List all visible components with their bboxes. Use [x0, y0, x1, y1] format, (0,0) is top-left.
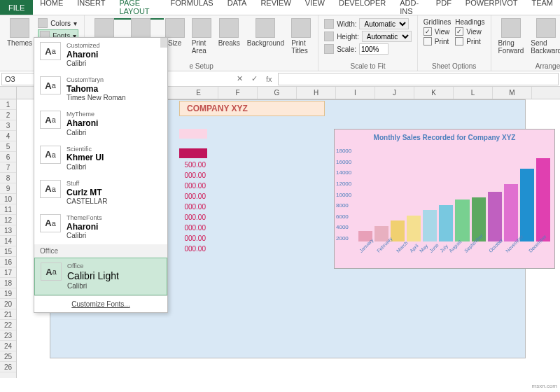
- cell-value[interactable]: 000.00: [179, 223, 207, 233]
- name-box[interactable]: O3: [1, 73, 35, 85]
- chart-bar: [504, 184, 518, 241]
- cell-value[interactable]: 000.00: [179, 202, 207, 212]
- row-header[interactable]: 24: [0, 341, 16, 351]
- font-swatch-icon: Aa: [41, 262, 62, 281]
- cancel-icon[interactable]: ✕: [232, 74, 247, 83]
- font-scheme-stuff[interactable]: AaStuffCurlz MTCASTELLAR: [34, 176, 167, 210]
- row-header[interactable]: 23: [0, 330, 16, 341]
- row-header[interactable]: 16: [0, 257, 16, 267]
- magenta-header-cell[interactable]: [179, 148, 207, 158]
- send-backward-button[interactable]: Send Backward: [528, 17, 560, 56]
- chart-bar: [407, 216, 421, 241]
- column-header[interactable]: J: [375, 87, 414, 99]
- fx-icon[interactable]: fx: [262, 75, 276, 83]
- column-header[interactable]: E: [179, 87, 218, 99]
- row-header[interactable]: 11: [0, 204, 16, 215]
- row-header[interactable]: 18: [0, 278, 16, 288]
- row-header[interactable]: 8: [0, 173, 16, 183]
- column-header[interactable]: I: [336, 87, 375, 99]
- row-header[interactable]: 10: [0, 194, 16, 204]
- gridlines-print-checkbox[interactable]: [424, 37, 432, 46]
- chart-x-label: June: [428, 242, 440, 253]
- row-header[interactable]: 2: [0, 110, 16, 120]
- cell-value[interactable]: 000.00: [179, 191, 207, 202]
- row-header[interactable]: 4: [0, 131, 16, 141]
- embedded-chart[interactable]: Monthly Sales Recorded for Company XYZ 2…: [334, 129, 555, 269]
- scale-input[interactable]: [359, 43, 388, 55]
- cell-value[interactable]: 500.00: [179, 160, 207, 170]
- pink-cell[interactable]: [179, 129, 207, 139]
- font-scheme-themefonts[interactable]: AaThemeFontsAharoniCalibri: [34, 210, 167, 244]
- column-header[interactable]: H: [297, 87, 336, 99]
- chart-bars: [358, 148, 550, 241]
- fonts-dropdown[interactable]: AaCustomizedAharoniCalibriAaCustomTarynT…: [34, 37, 168, 313]
- chart-bar: [455, 200, 469, 241]
- row-header[interactable]: 25: [0, 351, 16, 362]
- cell-value[interactable]: 000.00: [179, 212, 207, 223]
- font-swatch-icon: Aa: [40, 76, 61, 94]
- font-swatch-icon: Aa: [40, 180, 61, 198]
- row-header[interactable]: 6: [0, 152, 16, 162]
- row-header[interactable]: 13: [0, 225, 16, 236]
- column-header[interactable]: G: [258, 87, 297, 99]
- formula-input[interactable]: [278, 73, 559, 85]
- font-scheme-customtaryn[interactable]: AaCustomTarynTahomaTimes New Roman: [34, 72, 167, 106]
- chart-bar: [423, 210, 437, 241]
- fonts-section-office: Office: [34, 244, 167, 258]
- chart-bar: [391, 220, 405, 241]
- column-header[interactable]: K: [414, 87, 454, 99]
- font-scheme-scientific[interactable]: AaScientificKhmer UICalibri: [34, 141, 167, 176]
- font-swatch-icon: Aa: [40, 42, 61, 60]
- row-header[interactable]: 3: [0, 120, 16, 131]
- row-header[interactable]: 19: [0, 288, 16, 299]
- menubar: FILE HOMEINSERTPAGE LAYOUTFORMULASDATARE…: [0, 0, 560, 15]
- cell-value[interactable]: 000.00: [179, 233, 207, 244]
- row-headers: 1234567891011121314151617181920212223242…: [0, 99, 17, 378]
- customize-fonts-button[interactable]: Customize Fonts...: [34, 295, 167, 312]
- row-header[interactable]: 1: [0, 99, 16, 110]
- chart-x-label: April: [409, 243, 419, 253]
- select-all-corner[interactable]: [0, 87, 17, 99]
- font-scheme-office[interactable]: Aa Office Calibri Light Calibri: [34, 258, 167, 295]
- headings-view-checkbox[interactable]: [455, 27, 463, 36]
- colors-button[interactable]: Colors ▾: [38, 18, 78, 28]
- company-title-cell[interactable]: COMPANY XYZ: [179, 101, 325, 116]
- cell-value[interactable]: 000.00: [179, 170, 207, 181]
- cell-value[interactable]: 000.00: [179, 181, 207, 191]
- cell-value[interactable]: 000.00: [179, 244, 207, 254]
- scrollbar-thumb[interactable]: [160, 38, 167, 48]
- row-header[interactable]: 7: [0, 162, 16, 173]
- chart-bar: [536, 158, 550, 241]
- column-header[interactable]: F: [218, 87, 258, 99]
- row-header[interactable]: 21: [0, 309, 16, 320]
- row-header[interactable]: 12: [0, 215, 16, 225]
- background-button[interactable]: Background: [244, 17, 287, 48]
- width-select[interactable]: Automatic: [359, 18, 409, 29]
- ribbon-group-arrange: Bring Forward Send Backward Selection Pa…: [491, 15, 560, 71]
- row-header[interactable]: 22: [0, 320, 16, 330]
- print-titles-button[interactable]: Print Titles: [288, 17, 314, 56]
- row-header[interactable]: 17: [0, 267, 16, 278]
- row-header[interactable]: 9: [0, 183, 16, 194]
- bring-forward-button[interactable]: Bring Forward: [496, 17, 527, 56]
- column-header[interactable]: L: [454, 87, 493, 99]
- height-select[interactable]: Automatic: [362, 31, 412, 42]
- headings-print-checkbox[interactable]: [455, 37, 463, 46]
- row-header[interactable]: 26: [0, 362, 16, 372]
- file-menu-button[interactable]: FILE: [0, 0, 33, 15]
- themes-button[interactable]: Themes: [4, 17, 35, 48]
- row-header[interactable]: 5: [0, 141, 16, 152]
- font-scheme-mytheme[interactable]: AaMyThemeAharoniCalibri: [34, 106, 167, 141]
- column-header[interactable]: M: [493, 87, 532, 99]
- row-header[interactable]: 14: [0, 236, 16, 246]
- row-header[interactable]: 15: [0, 246, 16, 257]
- gridlines-view-checkbox[interactable]: [424, 27, 432, 36]
- breaks-button[interactable]: Breaks: [216, 17, 243, 48]
- value-cells[interactable]: 500.00000.00000.00000.00000.00000.00000.…: [179, 160, 207, 254]
- font-scheme-customized[interactable]: AaCustomizedAharoniCalibri: [34, 38, 167, 72]
- print-area-button[interactable]: Print Area: [189, 17, 214, 56]
- row-header[interactable]: 20: [0, 299, 16, 309]
- chart-y-axis: 2000400060008000100001200014000160001800…: [336, 148, 351, 241]
- enter-icon[interactable]: ✓: [247, 74, 262, 83]
- height-icon: [324, 31, 334, 41]
